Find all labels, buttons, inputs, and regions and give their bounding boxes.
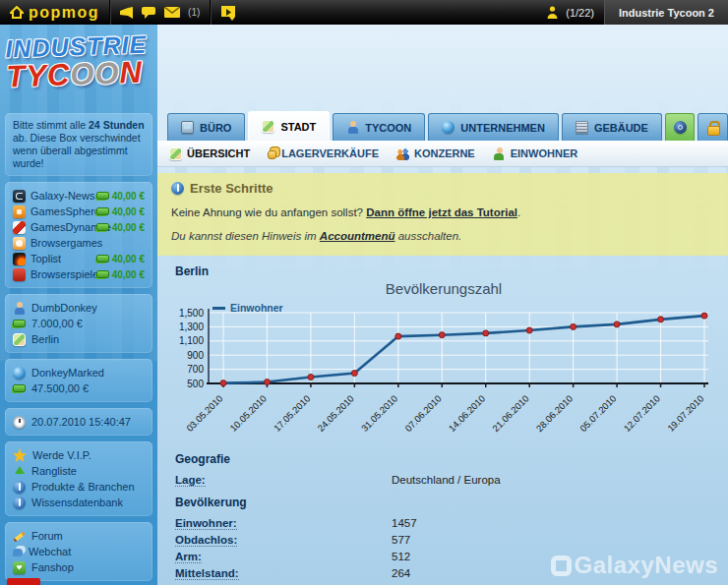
gear-icons: OO	[70, 56, 120, 92]
server-datetime: 20.07.2010 15:40:47	[31, 416, 131, 428]
svg-text:07.06.2010: 07.06.2010	[402, 393, 443, 434]
vote-row[interactable]: Toplist 40,00 €	[13, 251, 145, 266]
city-link[interactable]: Berlin	[31, 333, 59, 345]
sidebar-item-fanshop[interactable]: Fanshop	[31, 561, 74, 573]
geo-value-einwohner: 1457	[392, 516, 417, 531]
tab-world[interactable]	[665, 113, 696, 141]
svg-text:17.05.2010: 17.05.2010	[272, 393, 312, 434]
svg-text:21.06.2010: 21.06.2010	[490, 393, 530, 434]
geo-value-arm: 512	[392, 550, 410, 564]
sidebar-item-webchat[interactable]: Webchat	[29, 546, 71, 557]
sidebar-item-rangliste[interactable]: Rangliste	[31, 465, 77, 477]
geo-row: Obdachlos: 577	[175, 533, 728, 548]
tab-stadt[interactable]: STADT	[248, 111, 330, 141]
gamesdynamite-icon	[13, 221, 26, 234]
info-icon	[13, 497, 26, 509]
geo-value-lage: Deutschland / Europa	[392, 473, 501, 488]
fanshop-icon	[13, 561, 26, 574]
svg-text:12.07.2010: 12.07.2010	[622, 393, 662, 434]
geography-section: Geografie Lage: Deutschland / Europa Bev…	[175, 452, 728, 585]
browserspieler-icon	[13, 268, 26, 281]
svg-text:19.07.2010: 19.07.2010	[665, 393, 705, 434]
svg-text:03.05.2010: 03.05.2010	[184, 393, 224, 434]
gamessphere-icon	[13, 205, 26, 218]
online-users-icon	[547, 6, 558, 19]
vote-row[interactable]: Galaxy-News 40,00 €	[13, 188, 145, 204]
svg-text:05.07.2010: 05.07.2010	[577, 393, 618, 434]
nav-box-2: Forum Webchat Fanshop	[5, 522, 152, 581]
chart-legend: Einwohner	[212, 302, 283, 314]
lock-icon	[706, 121, 719, 135]
vote-link[interactable]: Toplist	[30, 253, 61, 264]
toplist-icon	[13, 253, 26, 265]
buero-monitor-icon	[181, 121, 194, 134]
account-balance: 7.000,00 €	[31, 318, 83, 329]
megaphone-icon[interactable]	[120, 7, 134, 19]
sidebar-item-forum[interactable]: Forum	[31, 530, 63, 542]
geo-label-einwohner: Einwohner:	[175, 517, 237, 530]
population-chart: Bevölkerungszahl Einwohner 5007009001,10…	[165, 280, 722, 444]
clock-icon	[13, 416, 26, 429]
username-link[interactable]: DumbDonkey	[31, 302, 97, 314]
geo-row: Arm: 512	[175, 550, 728, 564]
mail-count-badge: (1)	[188, 7, 200, 18]
mail-icon[interactable]	[164, 7, 180, 18]
tutorial-link[interactable]: Dann öffne jetzt das Tutorial	[366, 206, 517, 218]
account-box: DumbDonkey 7.000,00 € Berlin	[5, 294, 152, 353]
subnav-uebersicht[interactable]: ÜBERSICHT	[169, 147, 250, 160]
subnav-konzerne[interactable]: KONZERNE	[396, 147, 475, 160]
tab-safe[interactable]	[698, 113, 728, 141]
chat-bubble-icon[interactable]	[142, 6, 156, 19]
sidebar-item-produkte[interactable]: Produkte & Branchen	[31, 481, 135, 493]
money-icon	[96, 255, 109, 263]
vote-row[interactable]: GamesDynamite 40,00 €	[13, 219, 145, 235]
games-tab-icon[interactable]	[220, 5, 236, 21]
gebaeude-building-icon	[576, 121, 588, 134]
sidebar-item-wissensdatenbank[interactable]: Wissensdatenbank	[31, 497, 123, 508]
legend-label: Einwohner	[230, 302, 283, 314]
company-link[interactable]: DonkeyMarked	[31, 367, 104, 379]
vote-link[interactable]: Browserspieler	[30, 268, 102, 280]
ranking-arrow-icon	[13, 465, 26, 478]
vote-link[interactable]: Browsergames	[30, 237, 102, 249]
topbar: popmog (1) (1/22) Industrie Tycoon 2	[0, 0, 728, 25]
geo-row: Einwohner: 1457	[175, 516, 728, 531]
geo-label-mittelstand: Mittelstand:	[175, 567, 239, 580]
company-globe-icon	[13, 367, 26, 380]
info-icon	[13, 481, 26, 494]
geo-label-lage: Lage:	[175, 474, 206, 487]
main-content: BÜRO STADT TYCOON UNTERNEHMEN GEBÄUDE ÜB…	[157, 25, 728, 585]
erste-schritte-notice: Erste Schritte Keine Ahnung wie du anfan…	[157, 173, 728, 256]
population-chart-plot: 5007009001,1001,3001,50003.05.201010.05.…	[165, 305, 722, 444]
industrie-tycoon-logo: INDUSTRIE TYCOON	[0, 22, 158, 110]
money-icon	[96, 223, 109, 231]
chart-title: Bevölkerungszahl	[165, 280, 722, 297]
vote-row[interactable]: Browserspieler 40,00 €	[13, 266, 145, 282]
tab-buero[interactable]: BÜRO	[167, 113, 245, 141]
legend-line-swatch	[212, 307, 225, 310]
company-box: DonkeyMarked 47.500,00 €	[5, 359, 152, 402]
current-game-button[interactable]: Industrie Tycoon 2	[604, 0, 728, 25]
city-map-icon	[13, 333, 26, 346]
tab-gebaeude[interactable]: GEBÄUDE	[562, 113, 662, 141]
vote-link[interactable]: GamesSphere	[30, 205, 100, 217]
vote-row[interactable]: Browsergames	[13, 235, 145, 251]
vote-row[interactable]: GamesSphere 40,00 €	[13, 204, 145, 219]
einwohner-person-icon	[493, 147, 506, 160]
unternehmen-globe-icon	[442, 121, 455, 134]
vote-link[interactable]: Galaxy-News	[30, 190, 94, 202]
popmog-home-link[interactable]: popmog	[0, 0, 109, 25]
main-tab-bar: BÜRO STADT TYCOON UNTERNEHMEN GEBÄUDE	[167, 111, 728, 141]
sidebar-item-vip[interactable]: Werde V.I.P.	[32, 449, 91, 461]
tab-tycoon[interactable]: TYCOON	[333, 113, 425, 141]
tycoon-person-icon	[346, 121, 359, 134]
svg-text:1,500: 1,500	[179, 308, 204, 319]
sub-navigation: ÜBERSICHT LAGERVERKÄUFE KONZERNE EINWOHN…	[157, 141, 728, 167]
tab-unternehmen[interactable]: UNTERNEHMEN	[428, 113, 559, 141]
stadt-map-icon	[262, 120, 274, 133]
subnav-lagerverkaeufe[interactable]: LAGERVERKÄUFE	[268, 147, 379, 159]
accountmenu-link[interactable]: Accountmenü	[320, 230, 395, 242]
online-ratio-badge: (1/22)	[566, 7, 594, 19]
subnav-einwohner[interactable]: EINWOHNER	[493, 147, 577, 160]
svg-text:28.06.2010: 28.06.2010	[534, 393, 575, 434]
